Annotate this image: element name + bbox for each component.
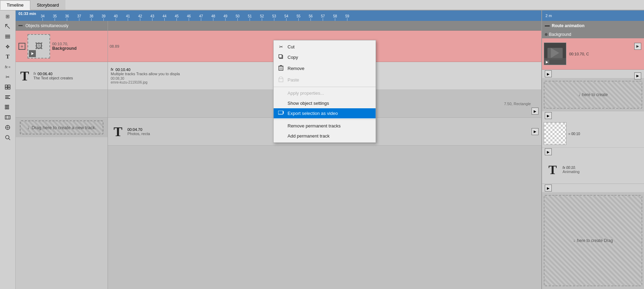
ruler-tick: 47	[195, 14, 207, 21]
grid2-icon[interactable]	[2, 103, 13, 112]
context-menu-show-settings[interactable]: Show object settings	[274, 98, 376, 108]
transform-icon[interactable]	[2, 123, 13, 132]
cursor-icon[interactable]	[2, 22, 13, 31]
ruler-tick: 44	[158, 14, 171, 21]
export-ctx-icon	[278, 111, 284, 116]
svg-rect-39	[278, 111, 283, 114]
context-menu-apply[interactable]: Apply properties...	[274, 88, 376, 98]
context-menu-cut[interactable]: ✂ Cut	[274, 42, 376, 52]
cut-ctx-icon: ✂	[278, 44, 284, 49]
empty-track-playback: ▶	[532, 108, 539, 115]
svg-point-23	[6, 135, 9, 139]
svg-rect-17	[5, 116, 10, 119]
right-thumb-overlay: ▶	[545, 60, 549, 64]
right-checker-track: ≈ 00:10	[542, 120, 644, 148]
section-dash	[545, 25, 550, 26]
ruler-tick: 36	[61, 14, 73, 21]
empty-track-label	[16, 90, 108, 118]
right-text-track: T fx 00:10. Animating	[542, 156, 644, 184]
bg-thumbnail: 🖼	[28, 34, 50, 58]
svg-rect-6	[5, 85, 7, 87]
context-menu: ✂ Cut Copy Remove Paste Apply properties…	[273, 40, 376, 143]
objects-bar-dash	[18, 25, 23, 26]
empty-play-btn[interactable]: ▶	[532, 108, 539, 115]
right-separator-row: ▶	[542, 111, 644, 120]
text2-track-playback: ▶	[532, 128, 539, 135]
text-icon[interactable]: T	[2, 52, 13, 61]
right-playback-row3: ▶	[542, 184, 644, 192]
right-playback-row: ▶	[542, 70, 644, 78]
drag-new-track-label: ↓ Drag here to create a new track.	[16, 118, 108, 137]
align-icon[interactable]	[2, 93, 13, 102]
context-menu-add-perm[interactable]: Add permanent track	[274, 131, 376, 141]
context-menu-paste[interactable]: Paste	[274, 74, 376, 86]
tab-timeline[interactable]: Timeline	[0, 0, 30, 10]
tab-storyboard[interactable]: Storyboard	[30, 0, 66, 10]
copy-ctx-icon	[278, 54, 284, 60]
drag-new-track-text: Drag here to create a new track.	[32, 125, 96, 130]
svg-rect-5	[5, 38, 10, 38]
tab-storyboard-label: Storyboard	[37, 2, 59, 8]
shapes-icon[interactable]	[2, 83, 13, 92]
apply-label: Apply properties...	[288, 91, 324, 96]
left-labels-panel: Objects simultaneously + 🖼 00	[16, 21, 108, 289]
ruler-ticks: 34 35 36 37 38 39 40 41 42 43 44 45 46 4…	[35, 10, 353, 21]
right-bg-track: ▶ 00:10.70, C	[542, 38, 644, 70]
remove-label: Remove	[288, 66, 304, 71]
move-icon[interactable]: ✥	[2, 42, 13, 51]
text2-play-btn[interactable]: ▶	[532, 128, 539, 135]
paste-ctx-icon	[278, 77, 284, 83]
empty-track-time: 7.50,	[504, 102, 512, 106]
bg-duration-label: 08.89	[110, 44, 119, 48]
image-icon: 🖼	[35, 42, 43, 51]
ruler-tick: 59	[341, 14, 353, 21]
text2-track-desc: Photos, recta	[127, 132, 150, 136]
context-menu-remove-perm[interactable]: Remove permanent tracks	[274, 121, 376, 131]
svg-rect-14	[7, 105, 9, 107]
cut-icon[interactable]: ✂	[2, 72, 13, 81]
ruler-tick: 42	[134, 14, 146, 21]
svg-rect-12	[5, 98, 10, 99]
context-menu-export-video[interactable]: Export selection as video	[274, 108, 376, 118]
drag-new-track-button[interactable]: ↓ Drag here to create a new track.	[20, 120, 103, 134]
text-track-time: 00:06.40	[38, 72, 53, 76]
svg-rect-9	[8, 87, 10, 89]
ruler-tick: 43	[146, 14, 158, 21]
cut-label: Cut	[288, 44, 294, 49]
bg-thumbnail-preview: 🖼	[28, 34, 50, 58]
right-drag-area-2[interactable]: ↓ here to create Drag	[544, 195, 642, 286]
right-play-btn2[interactable]: ▶	[545, 112, 552, 119]
svg-rect-7	[8, 85, 10, 87]
svg-rect-3	[5, 35, 10, 36]
right-play-btn3[interactable]: ▶	[545, 148, 552, 155]
svg-rect-4	[5, 36, 10, 37]
context-menu-remove[interactable]: Remove	[274, 63, 376, 74]
text-track-label: T fx 00:06.40 The Text object creates ▶	[16, 62, 108, 90]
right-play-btn4[interactable]: ▶	[545, 185, 552, 192]
context-menu-copy[interactable]: Copy	[274, 52, 376, 63]
right-play-btn[interactable]: ▶	[545, 70, 552, 77]
right-bg-time: 00:10.70, C	[569, 52, 589, 56]
ruler-tick: 52	[256, 14, 268, 21]
empty-track-info: 7.50, Rectangle	[504, 102, 531, 106]
bg-track-info: 00:10.70, Background	[52, 42, 77, 51]
layers-icon[interactable]	[2, 32, 13, 41]
ruler: 01:33 min 34 35 36 37 38 39 40 41 42 43 …	[16, 10, 541, 21]
fx-icon[interactable]: fx ≈	[2, 62, 13, 71]
text-track-T-icon: T	[17, 68, 32, 84]
right-drag-area-1[interactable]: ↓ here to create	[544, 81, 642, 109]
add-track-button[interactable]: +	[18, 43, 25, 50]
grid-icon[interactable]: ⊞	[2, 12, 13, 21]
add-perm-label: Add permanent track	[288, 133, 330, 139]
ruler-tick: 55	[292, 14, 305, 21]
ruler-tick: 54	[280, 14, 292, 21]
bg-track-label: + 🖼 00:10.70, Background	[16, 31, 108, 62]
right-checker-thumbnail	[544, 122, 566, 145]
svg-rect-13	[5, 105, 7, 107]
text-track-fx-row: fx 00:06.40	[33, 72, 73, 76]
play-overlay-icon	[29, 50, 36, 57]
ruler-tick: 41	[122, 14, 134, 21]
frame-icon[interactable]	[2, 113, 13, 122]
zoom-icon[interactable]	[2, 133, 13, 142]
right-text-fx: fx 00:10.	[563, 166, 580, 170]
